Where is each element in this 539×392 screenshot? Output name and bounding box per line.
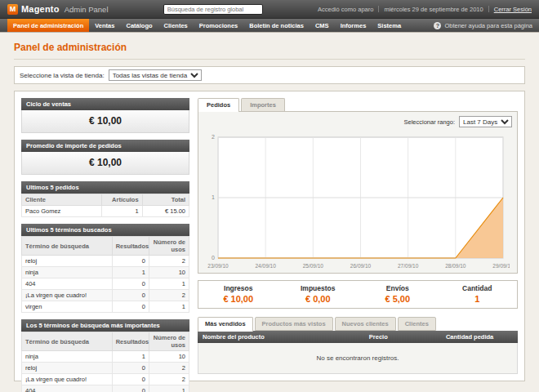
cell-items: 1	[102, 206, 142, 217]
svg-text:23/09/10: 23/09/10	[207, 263, 229, 269]
column-header: Precio	[364, 331, 441, 343]
table-row[interactable]: Paco Gomez 1 € 15.00	[22, 206, 189, 217]
lifetime-sales-panel: Ciclo de ventas € 10,00	[21, 98, 189, 133]
grid-tabs: Más vendidos Productos más vistos Nuevos…	[198, 317, 518, 331]
page-help-link[interactable]: ? Obtener ayuda para esta página	[434, 19, 532, 32]
global-search-wrap	[115, 4, 312, 15]
global-search-input[interactable]	[163, 4, 263, 15]
column-header: Número de usos	[149, 237, 189, 256]
panel-title: Ultimos 5 pedidos	[21, 181, 189, 194]
dashboard-container: Ciclo de ventas € 10,00 Promedio de impo…	[14, 91, 525, 381]
top-search-terms-table: Término de búsqueda Resultados Número de…	[21, 332, 189, 392]
stat-envios: Envíos € 5,00	[358, 284, 438, 304]
column-header: Término de búsqueda	[22, 332, 113, 351]
table-row[interactable]: reloj 0 2	[22, 363, 189, 374]
logo-text: Magento	[21, 4, 60, 14]
orders-chart: 23/09/1024/09/1025/09/1026/09/1027/09/10…	[203, 131, 510, 271]
tab-importes[interactable]: Importes	[241, 98, 285, 111]
tab-mas-vendidos[interactable]: Más vendidos	[198, 317, 253, 332]
range-select[interactable]: Last 7 Days	[459, 116, 512, 127]
tab-productos-mas-vistos[interactable]: Productos más vistos	[255, 317, 333, 331]
stat-impuestos: Impuestos € 0,00	[278, 284, 359, 304]
nav-item-promociones[interactable]: Promociones	[194, 19, 244, 32]
store-view-label: Seleccione la vista de tienda:	[20, 72, 105, 79]
session-info: Accedió como aparo miércoles 29 de septi…	[318, 6, 532, 13]
panel-title: Ciclo de ventas	[21, 98, 189, 110]
products-table-header: Nombre del producto Precio Cantidad pedi…	[198, 331, 518, 343]
magento-logo: M Magento Admin Panel	[7, 4, 109, 15]
page-body: Panel de administración Seleccione la vi…	[0, 33, 539, 381]
table-row[interactable]: 404 0 1	[22, 385, 189, 392]
svg-text:25/09/10: 25/09/10	[303, 263, 324, 269]
table-row[interactable]: ¡La virgen que cuadro! 0 2	[22, 374, 189, 385]
panel-title: Promedio de importe de pedidos	[21, 140, 189, 152]
logged-in-as: Accedió como aparo	[318, 6, 373, 13]
average-orders-value: € 10,00	[21, 152, 189, 175]
svg-text:1: 1	[212, 194, 215, 200]
column-header: Artículos	[102, 194, 142, 206]
table-row[interactable]: virgen 0 1	[22, 301, 189, 313]
table-row[interactable]: ¡La virgen que cuadro! 0 2	[22, 290, 189, 301]
help-icon: ?	[434, 22, 441, 29]
cell-customer: Paco Gomez	[22, 206, 102, 217]
store-view-bar: Seleccione la vista de tienda: Todas las…	[14, 66, 525, 84]
tab-pedidos[interactable]: Pedidos	[198, 98, 239, 112]
nav-item-sistema[interactable]: Sistema	[372, 19, 407, 32]
column-header: Resultados	[112, 332, 149, 351]
svg-text:0: 0	[212, 255, 215, 261]
separator	[488, 6, 489, 12]
nav-item-dashboard[interactable]: Panel de administración	[7, 19, 89, 32]
cell-total: € 15.00	[142, 206, 189, 217]
last-orders-panel: Ultimos 5 pedidos Cliente Artículos Tota…	[21, 181, 189, 217]
dashboard-left-column: Ciclo de ventas € 10,00 Promedio de impo…	[21, 98, 189, 374]
nav-item-boletin[interactable]: Boletín de noticias	[243, 19, 310, 32]
svg-text:29/09/10: 29/09/10	[492, 263, 510, 269]
logout-link[interactable]: Cerrar Sesión	[494, 6, 532, 13]
nav-item-ventas[interactable]: Ventas	[89, 19, 120, 32]
orders-chart-panel: Seleccionar rango: Last 7 Days 23/09/102…	[198, 111, 518, 274]
last-search-terms-table: Término de búsqueda Resultados Número de…	[21, 236, 189, 313]
page-title: Panel de administración	[14, 42, 525, 53]
panel-title: Ultimos 5 términos buscados	[21, 224, 189, 236]
svg-text:2: 2	[212, 134, 215, 140]
products-empty-message: No se encontraron registros.	[198, 343, 518, 374]
panel-title: Los 5 términos de búsqueda más important…	[21, 319, 189, 332]
last-orders-table: Cliente Artículos Total Paco Gomez 1 € 1…	[21, 194, 189, 217]
nav-item-informes[interactable]: Informes	[335, 19, 372, 32]
help-label: Obtener ayuda para esta página	[444, 22, 532, 29]
tab-nuevos-clientes[interactable]: Nuevos clientes	[335, 317, 396, 331]
nav-item-cms[interactable]: CMS	[310, 19, 335, 32]
table-row[interactable]: ninja 1 10	[22, 351, 189, 363]
range-label: Seleccionar rango:	[403, 118, 455, 126]
table-row[interactable]: ninja 1 10	[22, 267, 189, 278]
column-header: Total	[142, 194, 189, 206]
main-nav: Panel de administración Ventas Catálogo …	[0, 19, 539, 33]
column-header: Resultados	[112, 237, 149, 256]
current-date: miércoles 29 de septiembre de 2010	[384, 6, 483, 13]
svg-text:28/09/10: 28/09/10	[445, 263, 466, 269]
logo-subtitle: Admin Panel	[65, 5, 109, 14]
tab-clientes[interactable]: Clientes	[398, 317, 436, 331]
top-header: M Magento Admin Panel Accedió como aparo…	[0, 0, 539, 19]
table-row[interactable]: reloj 0 2	[22, 256, 189, 267]
average-orders-panel: Promedio de importe de pedidos € 10,00	[21, 140, 189, 175]
nav-items: Panel de administración Ventas Catálogo …	[7, 19, 407, 32]
chart-tabs: Pedidos Importes	[198, 98, 518, 111]
stats-row: Ingresos € 10,00 Impuestos € 0,00 Envíos…	[198, 280, 518, 309]
nav-item-clientes[interactable]: Clientes	[158, 19, 194, 32]
magento-logo-icon: M	[7, 4, 18, 15]
dashboard-right-column: Pedidos Importes Seleccionar rango: Last…	[198, 98, 518, 374]
svg-text:24/09/10: 24/09/10	[256, 263, 277, 269]
separator	[378, 6, 379, 12]
column-header: Término de búsqueda	[22, 237, 113, 256]
magento-admin-window: M Magento Admin Panel Accedió como aparo…	[0, 0, 539, 392]
column-header: Cantidad pedida	[441, 331, 518, 343]
divider	[14, 59, 525, 60]
last-search-terms-panel: Ultimos 5 términos buscados Término de b…	[21, 224, 189, 313]
nav-item-catalogo[interactable]: Catálogo	[120, 19, 158, 32]
column-header: Número de usos	[149, 332, 189, 351]
store-view-select[interactable]: Todas las vistas de tienda	[109, 69, 202, 81]
svg-text:26/09/10: 26/09/10	[350, 263, 372, 269]
svg-text:27/09/10: 27/09/10	[398, 263, 419, 269]
table-row[interactable]: 404 0 1	[22, 278, 189, 290]
